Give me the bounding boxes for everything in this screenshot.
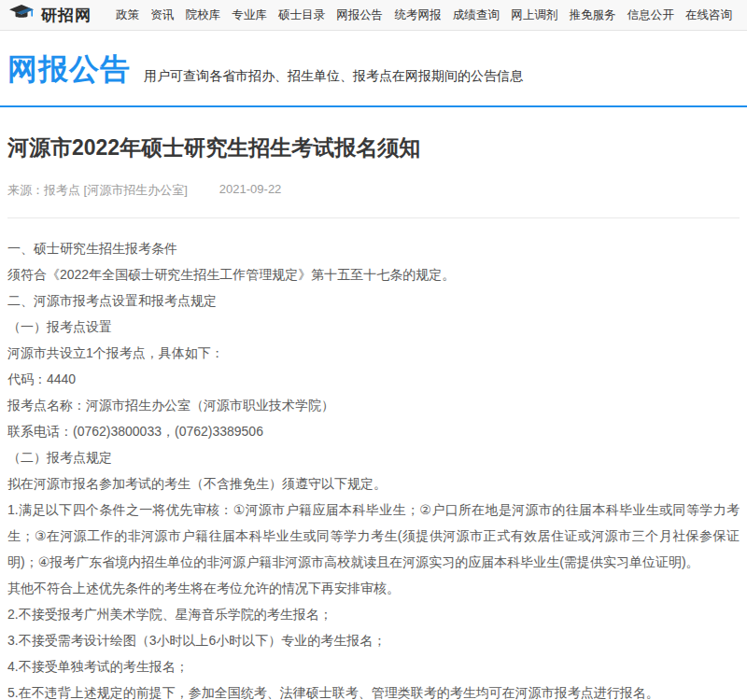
article-paragraph: 其他不符合上述优先条件的考生将在考位允许的情况下再安排审核。 (7, 575, 740, 601)
article-title: 河源市2022年硕士研究生招生考试报名须知 (7, 135, 740, 161)
article-body: 一、硕士研究生招生报考条件 须符合《2022年全国硕士研究生招生工作管理规定》第… (7, 218, 740, 700)
announcement-article: 河源市2022年硕士研究生招生考试报名须知 来源：报考点 [河源市招生办公室] … (0, 135, 747, 700)
article-paragraph: 二、河源市报考点设置和报考点规定 (7, 287, 740, 314)
article-paragraph: 代码：4440 (7, 366, 740, 392)
nav-menu-item[interactable]: 资讯 (145, 7, 179, 23)
nav-menu-item[interactable]: 在线咨询 (680, 7, 738, 23)
article-date: 2021-09-22 (219, 182, 282, 199)
section-title: 网报公告 (7, 49, 131, 91)
nav-menu-item[interactable]: 统考网报 (389, 7, 447, 23)
article-paragraph: 5.在不违背上述规定的前提下，参加全国统考、法律硕士联考、管理类联考的考生均可在… (7, 679, 740, 700)
article-paragraph: （一）报考点设置 (7, 314, 740, 340)
article-paragraph: 4.不接受单独考试的考生报名； (7, 653, 740, 679)
nav-menu: 政策 资讯 院校库 专业库 硕士目录 网报公告 统考网报 成绩查询 网上调剂 推… (110, 7, 738, 23)
article-meta: 来源：报考点 [河源市招生办公室] 2021-09-22 (7, 182, 740, 218)
nav-menu-item[interactable]: 院校库 (180, 7, 227, 23)
article-source: 来源：报考点 [河源市招生办公室] (7, 182, 188, 199)
section-subtitle: 用户可查询各省市招办、招生单位、报考点在网报期间的公告信息 (144, 68, 523, 85)
top-navigation-bar: 研招网 政策 资讯 院校库 专业库 硕士目录 网报公告 统考网报 成绩查询 网上… (0, 0, 747, 31)
nav-menu-item[interactable]: 推免服务 (563, 7, 621, 23)
article-paragraph: 3.不接受需考设计绘图（3小时以上6小时以下）专业的考生报名； (7, 627, 740, 653)
article-paragraph: 须符合《2022年全国硕士研究生招生工作管理规定》第十五至十七条的规定。 (7, 261, 740, 287)
article-paragraph: 联系电话：(0762)3800033，(0762)3389506 (7, 418, 740, 444)
article-paragraph: 一、硕士研究生招生报考条件 (7, 235, 740, 261)
nav-menu-item[interactable]: 信息公开 (622, 7, 680, 23)
section-header: 网报公告 用户可查询各省市招办、招生单位、报考点在网报期间的公告信息 (0, 31, 747, 107)
nav-menu-item[interactable]: 硕士目录 (273, 7, 331, 23)
nav-menu-item[interactable]: 网上调剂 (505, 7, 563, 23)
nav-menu-item[interactable]: 成绩查询 (447, 7, 505, 23)
article-paragraph: 1.满足以下四个条件之一将优先审核：①河源市户籍应届本科毕业生；②户口所在地是河… (7, 497, 740, 575)
site-logo-text: 研招网 (41, 5, 92, 26)
nav-menu-item[interactable]: 专业库 (226, 7, 273, 23)
site-logo[interactable]: 研招网 (9, 4, 92, 26)
nav-menu-item[interactable]: 网报公告 (331, 7, 388, 23)
graduation-cap-icon (9, 4, 35, 26)
article-paragraph: 河源市共设立1个报考点，具体如下： (7, 340, 740, 366)
article-paragraph: 拟在河源市报名参加考试的考生（不含推免生）须遵守以下规定。 (7, 470, 740, 497)
nav-menu-item[interactable]: 政策 (110, 7, 145, 23)
article-paragraph: （二）报考点规定 (7, 444, 740, 470)
article-paragraph: 报考点名称：河源市招生办公室（河源市职业技术学院） (7, 392, 740, 418)
article-paragraph: 2.不接受报考广州美术学院、星海音乐学院的考生报名； (7, 601, 740, 627)
